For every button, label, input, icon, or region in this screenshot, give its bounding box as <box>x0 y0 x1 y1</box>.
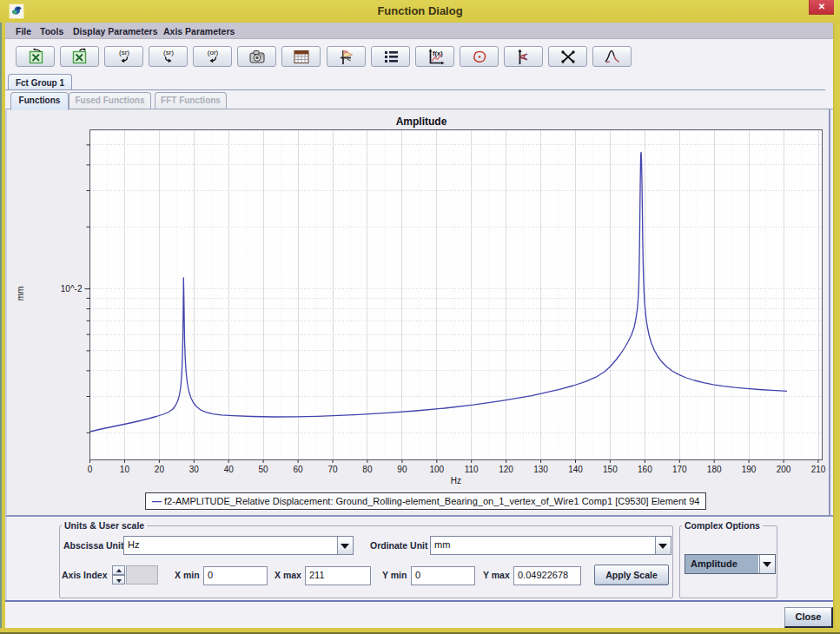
svg-text:40: 40 <box>224 465 235 474</box>
svg-text:140: 140 <box>568 465 583 474</box>
svg-text:10^-2: 10^-2 <box>61 284 83 294</box>
svg-text:200: 200 <box>777 465 791 474</box>
svg-text:f(x): f(x) <box>433 50 443 57</box>
svg-text:130: 130 <box>533 465 548 474</box>
svg-text:160: 160 <box>638 465 652 474</box>
svg-text:mm: mm <box>16 287 25 301</box>
svg-text:70: 70 <box>327 465 338 474</box>
svg-text:A: A <box>517 53 529 61</box>
svg-text:170: 170 <box>672 465 687 474</box>
svg-text:0: 0 <box>88 465 93 474</box>
svg-text:30: 30 <box>189 465 200 474</box>
svg-text:80: 80 <box>362 465 373 474</box>
svg-text:(or): (or) <box>207 49 218 56</box>
svg-text:50: 50 <box>259 465 269 474</box>
svg-text:110: 110 <box>465 465 479 474</box>
svg-text:100: 100 <box>429 465 444 474</box>
svg-text:90: 90 <box>397 465 407 474</box>
svg-text:(sr): (sr) <box>163 49 174 56</box>
svg-text:190: 190 <box>742 465 757 474</box>
svg-text:Hz: Hz <box>451 476 461 485</box>
svg-text:210: 210 <box>811 465 826 474</box>
svg-text:10: 10 <box>120 465 130 474</box>
svg-text:20: 20 <box>155 465 165 474</box>
svg-text:150: 150 <box>603 465 618 474</box>
svg-text:60: 60 <box>294 465 304 474</box>
svg-text:120: 120 <box>499 465 513 474</box>
svg-text:(sr): (sr) <box>119 49 129 56</box>
svg-text:180: 180 <box>707 465 722 474</box>
